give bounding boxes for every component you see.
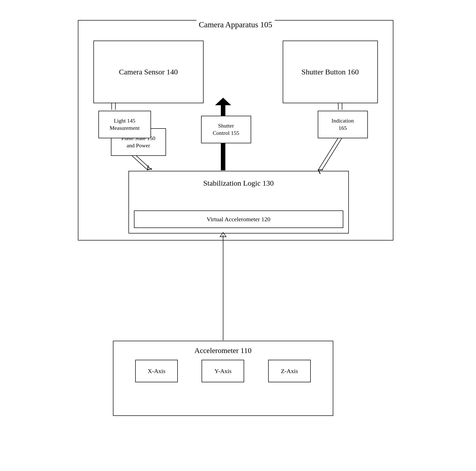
camera-sensor-label: Camera Sensor 140 (119, 68, 178, 76)
camera-apparatus-box: Camera Apparatus 105 Camera Sensor 140 S… (78, 20, 393, 241)
diagram: Camera Apparatus 105 Camera Sensor 140 S… (63, 13, 413, 458)
axes-container: X-Axis Y-Axis Z-Axis (113, 355, 333, 382)
accelerometer-label: Accelerometer 110 (113, 341, 333, 355)
camera-apparatus-label: Camera Apparatus 105 (196, 20, 275, 29)
shutter-control-box: ShutterControl 155 (201, 116, 251, 143)
x-axis-label: X-Axis (148, 368, 166, 375)
z-axis-label: Z-Axis (281, 368, 298, 375)
x-axis-box: X-Axis (135, 360, 178, 382)
z-axis-box: Z-Axis (268, 360, 311, 382)
shutter-control-label: ShutterControl 155 (213, 122, 239, 137)
stabilization-logic-label: Stabilization Logic 130 (129, 171, 348, 187)
accelerometer-box: Accelerometer 110 X-Axis Y-Axis Z-Axis (113, 341, 333, 416)
virtual-accelerometer-box: Virtual Accelerometer 120 (134, 210, 343, 228)
light-measurement-label: Light 145Measurement (110, 117, 140, 132)
indication-box: Indication165 (318, 111, 368, 138)
light-measurement-box: Light 145Measurement (98, 111, 151, 138)
y-axis-label: Y-Axis (214, 368, 231, 375)
virtual-accelerometer-label: Virtual Accelerometer 120 (207, 216, 270, 223)
camera-sensor-box: Camera Sensor 140 (93, 41, 204, 103)
indication-label: Indication165 (332, 117, 354, 132)
stabilization-logic-box: Stabilization Logic 130 Virtual Accelero… (128, 171, 349, 233)
y-axis-box: Y-Axis (202, 360, 244, 382)
shutter-button-box: Shutter Button 160 (283, 41, 378, 103)
shutter-button-label: Shutter Button 160 (301, 68, 359, 76)
